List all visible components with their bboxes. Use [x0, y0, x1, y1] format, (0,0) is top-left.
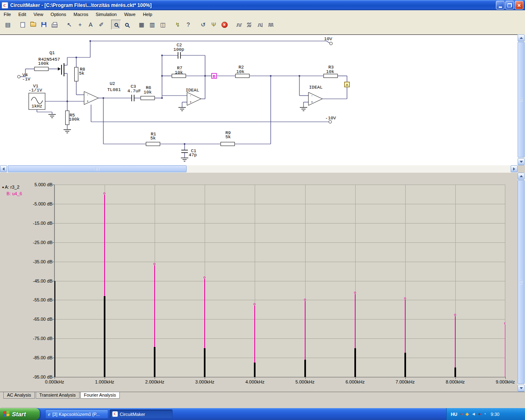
minimize-button[interactable] [496, 1, 504, 9]
split-window-icon[interactable]: ◫ [158, 20, 168, 30]
scroll-left-button[interactable] [0, 165, 7, 172]
task-label: [3] Kapcsolóüzemű (P... [52, 412, 100, 417]
clock[interactable]: 9:30 [491, 412, 499, 417]
toolbar-separator [107, 20, 111, 30]
thumb-grip [520, 280, 523, 284]
menu-bar: FileEditViewOptionsMacrosSimulationWaveH… [0, 10, 525, 18]
tray-icon-1[interactable]: ● [460, 412, 463, 416]
schematic-label-10v: 10V [324, 37, 332, 41]
tray-icon-2[interactable]: ◆ [466, 412, 469, 416]
scroll-right-button[interactable] [511, 165, 518, 172]
select-tool-icon[interactable]: ↖ [64, 20, 74, 30]
copy-clipboard-icon-glyph: ▥ [149, 22, 155, 27]
magnify-icon[interactable] [122, 20, 132, 30]
app-icon: C [2, 2, 8, 9]
scope-cursor-icon[interactable] [256, 20, 265, 30]
new-document-icon[interactable] [18, 20, 27, 30]
schematic-label-u2: U2 [110, 81, 115, 86]
spectrum-bar-a [154, 347, 155, 377]
schematic-label-5k: 5k [79, 71, 84, 76]
save-icon[interactable] [39, 20, 49, 30]
plot-vscrollbar[interactable] [518, 173, 525, 392]
place-part-icon[interactable]: + [75, 20, 85, 30]
toolbar-separator [132, 20, 136, 30]
spectrum-peak-marker [304, 299, 306, 301]
scroll-up-button[interactable] [518, 34, 525, 41]
menu-item-file[interactable]: File [0, 11, 15, 18]
open-file-icon-shape [30, 23, 36, 27]
text-tool-icon[interactable]: A [86, 20, 96, 30]
menu-item-view[interactable]: View [30, 11, 47, 18]
menu-item-edit[interactable]: Edit [15, 11, 30, 18]
schematic-label-ideal: IDEAL [185, 88, 199, 93]
close-button[interactable]: × [515, 1, 523, 9]
tray-icon-5[interactable]: ◔ [484, 412, 486, 416]
digital-mode-icon[interactable]: ↯ [173, 20, 183, 30]
scroll-thumb[interactable] [8, 165, 187, 172]
spectrum-peak-marker [404, 297, 406, 299]
scroll-up-button[interactable] [518, 173, 525, 180]
stop-simulation-icon[interactable]: × [219, 20, 229, 30]
menu-item-simulation[interactable]: Simulation [92, 11, 120, 18]
schematic-label-5k: 5k [150, 136, 156, 141]
tray-icon-4[interactable]: ● [478, 412, 481, 416]
restore-button[interactable] [505, 1, 514, 9]
task-button-3-kapcsol-zem-p[interactable]: e[3] Kapcsolóüzemű (P... [45, 409, 108, 419]
copy-clipboard-icon[interactable]: ▥ [147, 20, 157, 30]
minimize-icon [499, 7, 502, 8]
tab-transient-analysis[interactable]: Transient Analysis [36, 392, 80, 399]
spectrum-peak-marker [454, 314, 456, 316]
grid-line-horizontal [55, 358, 505, 358]
tray-icons: ●◆◄●◔ [460, 412, 486, 416]
legend-series-b[interactable]: B: u4_6 [7, 191, 22, 196]
legend-series-a[interactable]: ●A: r3_2 [2, 185, 19, 189]
open-file-icon[interactable] [28, 20, 38, 30]
svg-text:-: - [190, 94, 191, 98]
schematic-vscrollbar[interactable] [518, 34, 525, 165]
magnify-icon-shape [125, 23, 129, 27]
zoom-tool-icon[interactable] [111, 20, 121, 30]
menu-item-wave[interactable]: Wave [121, 11, 139, 18]
svg-text:+: + [189, 100, 192, 104]
probe-tool-icon[interactable]: Ψ [209, 20, 219, 30]
language-indicator[interactable]: HU [451, 412, 457, 417]
grid-line-horizontal [55, 223, 505, 224]
zoom-select-icon-glyph: ▦ [139, 22, 144, 27]
tab-fourier-analysis[interactable]: Fourier Analysis [80, 392, 120, 399]
menu-item-help[interactable]: Help [139, 11, 156, 18]
text-tool-icon-glyph: A [89, 22, 92, 27]
scope-multitrace-icon[interactable] [245, 20, 255, 30]
scroll-down-button[interactable] [518, 158, 525, 165]
task-button-circuitmaker[interactable]: CCircuitMaker [110, 409, 173, 419]
schematic-hscrollbar[interactable] [0, 165, 518, 173]
reset-icon[interactable]: ↺ [198, 20, 208, 30]
fourier-plot-area[interactable] [55, 185, 505, 377]
stop-simulation-icon-shape: × [221, 22, 228, 28]
internet-explorer-icon: e [48, 411, 50, 418]
tray-icon-3[interactable]: ◄ [471, 412, 476, 416]
wire-tool-icon[interactable]: ✐ [96, 20, 106, 30]
start-label: Start [12, 411, 26, 418]
start-button[interactable]: Start [0, 408, 40, 420]
scroll-thumb[interactable] [518, 42, 525, 158]
print-icon[interactable] [50, 20, 59, 30]
board-icon[interactable]: ▤ [3, 20, 13, 30]
taskbar-tasks: e[3] Kapcsolóüzemű (P...CCircuitMaker [45, 409, 173, 419]
help-icon[interactable]: ? [183, 20, 193, 30]
legend-a-label: A: r3_2 [5, 185, 19, 189]
select-tool-icon-glyph: ↖ [67, 22, 72, 27]
split-window-icon-glyph: ◫ [160, 22, 165, 27]
tab-ac-analysis[interactable]: AC Analysis [3, 392, 35, 399]
scroll-down-button[interactable] [518, 385, 525, 392]
scope-waveform-icon[interactable] [234, 20, 244, 30]
schematic-canvas[interactable]: -+-+-+BAQ1R42N5457100kV4-1VR85kV1-1/1V1k… [0, 34, 518, 165]
save-icon-shape [41, 22, 46, 27]
place-part-icon-glyph: + [78, 22, 82, 27]
scope-expand-icon[interactable] [266, 20, 276, 30]
zoom-select-icon[interactable]: ▦ [137, 20, 146, 30]
scroll-thumb[interactable] [518, 180, 525, 384]
menu-item-macros[interactable]: Macros [70, 11, 92, 18]
schematic-label-10k: 10k [144, 90, 152, 95]
taskbar: Start e[3] Kapcsolóüzemű (P...CCircuitMa… [0, 408, 525, 420]
menu-item-options[interactable]: Options [47, 11, 70, 18]
